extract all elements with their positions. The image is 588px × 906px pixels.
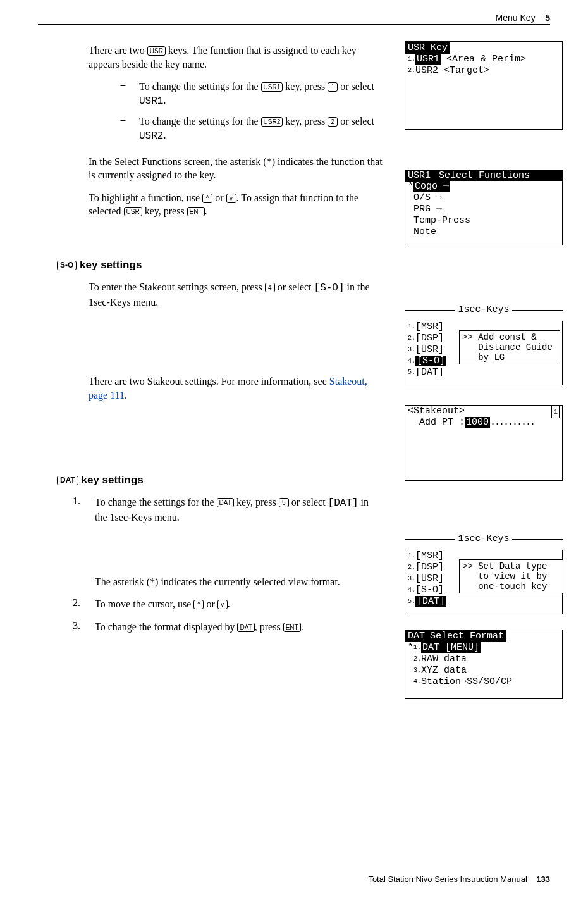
list-item: 1. To change the settings for the DAT ke… [73,495,370,524]
key-usr1: USR1 [261,82,283,92]
key-up: ^ [193,600,204,609]
header-title: Menu Key [496,13,536,23]
key-up: ^ [202,194,212,203]
section-heading-so: S-O key settings [57,259,550,271]
header-chapter: 5 [545,13,550,23]
list-item: 3. To change the format displayed by DAT… [73,620,370,634]
paragraph: To enter the Stakeout settings screen, p… [89,280,386,309]
key-usr: USR [124,207,142,216]
lcd-hint-box: >> Set Data type to view it by one-touch… [459,559,563,593]
page: Menu Key 5 There are two USR keys. The f… [0,0,588,906]
page-header: Menu Key 5 [38,13,550,25]
paragraph: In the Select Functions screen, the aste… [89,155,386,182]
key-2: 2 [328,117,338,127]
lcd-1sec-keys-so: 1sec-Keys 1.[MSR] 2.[DSP] 3.[USR] 4.[S-O… [405,310,563,386]
key-down: v [217,600,228,609]
key-ent: ENT [187,207,205,216]
lcd-usr-key: USR Key 1.USR1 <Area & Perim> 2.USR2 <Ta… [405,41,563,130]
key-down: v [226,194,236,203]
list-item: – To change the settings for the USR1 ke… [120,80,386,108]
lcd-1sec-keys-dat: 1sec-Keys 1.[MSR] 2.[DSP] 3.[USR] 4.[S-O… [405,539,563,615]
key-4: 4 [265,283,275,292]
key-5: 5 [279,498,289,507]
list-item: The asterisk (*) indicates the currently… [73,575,370,589]
key-1: 1 [328,82,338,92]
lcd-select-functions: USR1 Select Functions *Cogo → O/S → PRG … [405,170,563,245]
key-usr2: USR2 [261,117,283,127]
lcd-hint-box: >> Add const & Distance Guide by LG [459,330,560,364]
key-usr: USR [147,46,166,56]
page-number: 133 [536,874,550,884]
paragraph: There are two USR keys. The function tha… [89,44,386,71]
page-footer: Total Station Nivo Series Instruction Ma… [368,874,550,884]
list-item: 2. To move the cursor, use ^ or v. [73,597,370,611]
paragraph: To highlight a function, use ^ or v. To … [89,191,386,218]
list-item: – To change the settings for the USR2 ke… [120,115,386,143]
key-ent: ENT [283,623,301,632]
key-dat: DAT [217,498,234,507]
lcd-stakeout: <Stakeout>1 Add PT :1000.......... [405,405,563,481]
lcd-select-format: DAT Select Format *1.DAT [MENU] 2.RAW da… [405,630,563,699]
paragraph: There are two Stakeout settings. For mor… [89,375,386,402]
key-dat: DAT [237,623,254,632]
